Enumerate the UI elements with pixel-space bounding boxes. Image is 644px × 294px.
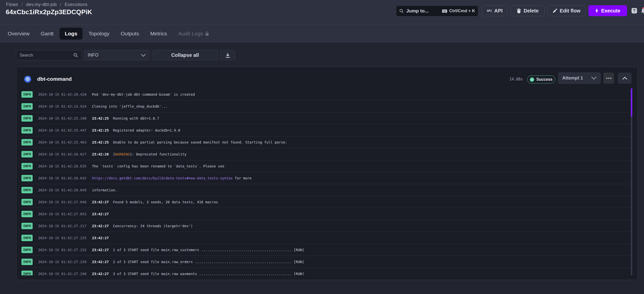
breadcrumb: Flows / dev.my-dbt-job / Executions (6, 2, 88, 7)
page-title: 64xCbc1iRx2pZp3EDCQPiK (6, 8, 92, 16)
log-row: INFO 2024-10-15 01:42:26.627 23:42:26 [W… (22, 148, 630, 160)
attempt-value: Attempt 1 (562, 76, 583, 81)
log-timestamp: 2024-10-15 01:42:27.046 (38, 200, 86, 204)
log-timestamp: 2024-10-15 01:42:26.635 (38, 164, 86, 168)
download-logs-button[interactable] (220, 50, 235, 60)
task-more-button[interactable] (604, 72, 614, 84)
bell-icon (640, 7, 644, 14)
lightning-icon (595, 8, 599, 13)
log-level-badge: INFO (22, 175, 33, 182)
log-row: INFO 2024-10-15 01:42:26.642 https://doc… (22, 172, 630, 184)
kubernetes-icon (24, 75, 32, 83)
log-level-badge: INFO (22, 187, 33, 193)
tab-overview[interactable]: Overview (2, 28, 35, 40)
log-level-badge: INFO (22, 247, 33, 253)
search-icon (399, 9, 404, 13)
breadcrumb-flow-id[interactable]: dev.my-dbt-job (26, 2, 56, 7)
jump-to-shortcut: Ctrl/Cmd + K (449, 8, 475, 14)
log-message: 23:42:27 3 of 3 START seed file main.raw… (92, 272, 304, 276)
log-message: 23:42:25 Running with dbt=1.8.7 (92, 116, 159, 120)
chevron-down-icon (141, 54, 146, 57)
log-row: INFO 2024-10-15 01:42:25.447 23:42:25 Re… (22, 124, 630, 136)
jump-to-label: Jump to... (406, 8, 429, 14)
log-timestamp: 2024-10-15 01:42:26.649 (38, 188, 86, 192)
log-scrollbar-track[interactable] (631, 88, 632, 275)
api-button-label: API (494, 8, 502, 14)
api-button[interactable]: API API (482, 5, 508, 16)
log-message: 23:42:27 (92, 212, 109, 216)
chevron-up-icon (622, 77, 627, 80)
api-icon: API (487, 9, 492, 12)
log-timestamp: 2024-10-15 01:42:27.217 (38, 224, 86, 228)
log-timestamp: 2024-10-15 01:42:26.642 (38, 176, 86, 180)
log-row: INFO 2024-10-15 01:42:27.239 23:42:27 2 … (22, 256, 630, 268)
log-search-input[interactable] (20, 53, 73, 58)
log-message: information. (92, 188, 117, 192)
log-timestamp: 2024-10-15 01:42:27.246 (38, 272, 86, 276)
edit-flow-button-label: Edit flow (560, 8, 580, 14)
collapse-all-button[interactable]: Collapse all (152, 50, 218, 60)
log-scrollbar-thumb[interactable] (631, 88, 632, 116)
log-level-value: INFO (88, 52, 98, 58)
attempt-select[interactable]: Attempt 1 (558, 72, 601, 84)
chevron-down-icon (591, 76, 597, 80)
status-badge: Success (527, 76, 555, 84)
log-message: 23:42:26 [WARNING]: Deprecated functiona… (92, 152, 186, 156)
log-row: INFO 2024-10-15 01:42:27.232 23:42:27 1 … (22, 244, 630, 256)
edit-flow-button[interactable]: Edit flow (548, 5, 586, 16)
log-timestamp: 2024-10-15 01:42:25.447 (38, 128, 86, 132)
keyboard-icon (442, 9, 447, 13)
log-row: INFO 2024-10-15 01:42:27.225 23:42:27 (22, 232, 630, 244)
task-log-panel: dbt-command 14.08s Success Attempt 1 INF… (16, 67, 638, 280)
help-button[interactable]: ? (632, 8, 637, 14)
top-header: Flows / dev.my-dbt-job / Executions 64xC… (0, 0, 644, 24)
question-mark-icon: ? (633, 8, 636, 13)
log-message: Cloning into 'jaffle_shop_duckdb'... (92, 104, 168, 108)
log-message: 23:42:27 2 of 3 START seed file main.raw… (92, 260, 304, 264)
log-timestamp: 2024-10-15 01:42:27.232 (38, 248, 86, 252)
task-header: dbt-command 14.08s Success Attempt 1 (16, 67, 638, 88)
tab-bar: Overview Gantt Logs Topology Outputs Met… (0, 24, 644, 42)
log-message: https://docs.getdbt.com/docs/build/data-… (92, 176, 252, 180)
task-name: dbt-command (37, 76, 72, 82)
log-message: 23:42:27 Found 5 models, 3 seeds, 20 dat… (92, 200, 218, 204)
lock-icon (205, 32, 209, 36)
status-label: Success (536, 77, 552, 82)
tab-audit-logs: Audit Logs (173, 28, 214, 40)
log-level-select[interactable]: INFO (84, 50, 150, 60)
log-level-badge: INFO (22, 91, 33, 98)
log-message: 23:42:25 Unable to do partial parsing be… (92, 140, 287, 144)
log-timestamp: 2024-10-15 01:42:23.924 (38, 104, 86, 108)
log-message: The `tests` config has been renamed to `… (92, 164, 224, 168)
log-message: Pod 'dev-my-dbt-job-dbt-command-bzoam' i… (92, 92, 195, 96)
log-timestamp: 2024-10-15 01:42:20.428 (38, 92, 86, 96)
jump-to-search[interactable]: Jump to... Ctrl/Cmd + K (396, 6, 478, 16)
notifications-bell-button[interactable] (640, 7, 644, 14)
tab-topology[interactable]: Topology (83, 28, 115, 40)
log-row: INFO 2024-10-15 01:42:26.635 The `tests`… (22, 160, 630, 172)
log-list[interactable]: INFO 2024-10-15 01:42:20.428 Pod 'dev-my… (16, 88, 638, 275)
log-level-badge: INFO (22, 270, 33, 276)
log-row: INFO 2024-10-15 01:42:25.463 23:42:25 Un… (22, 136, 630, 148)
log-message: 23:42:25 Registered adapter: duckdb=1.9.… (92, 128, 180, 132)
tab-outputs[interactable]: Outputs (116, 28, 144, 40)
breadcrumb-separator: / (22, 2, 23, 7)
breadcrumb-flows[interactable]: Flows (6, 2, 18, 7)
tab-metrics[interactable]: Metrics (145, 28, 172, 40)
tab-logs[interactable]: Logs (60, 28, 82, 40)
log-row: INFO 2024-10-15 01:42:27.053 23:42:27 (22, 208, 630, 220)
execute-button-label: Execute (601, 8, 620, 14)
log-level-badge: INFO (22, 235, 33, 241)
delete-button[interactable]: Delete (511, 5, 544, 16)
tab-gantt[interactable]: Gantt (36, 28, 59, 40)
log-message: 23:42:27 Concurrency: 24 threads (target… (92, 224, 193, 228)
breadcrumb-executions[interactable]: Executions (64, 2, 88, 7)
task-duration: 14.08s (498, 77, 523, 82)
ellipsis-icon (606, 78, 612, 79)
log-level-badge: INFO (22, 151, 33, 158)
execute-button[interactable]: Execute (588, 5, 627, 16)
log-row: INFO 2024-10-15 01:42:25.190 23:42:25 Ru… (22, 112, 630, 124)
log-row: INFO 2024-10-15 01:42:27.217 23:42:27 Co… (22, 220, 630, 232)
tab-audit-logs-label: Audit Logs (178, 31, 203, 37)
collapse-task-button[interactable] (618, 72, 632, 84)
